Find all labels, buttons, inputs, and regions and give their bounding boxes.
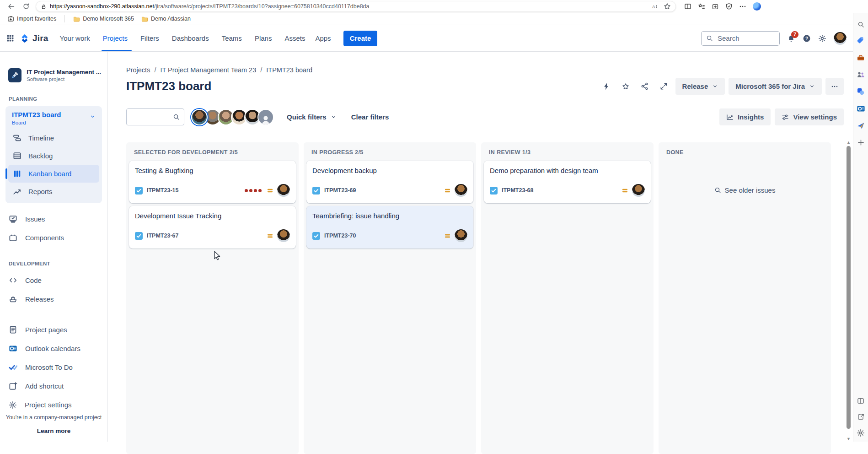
nav-item-dashboards[interactable]: Dashboards (167, 25, 217, 51)
sidebar-item-releases[interactable]: Releases (0, 290, 107, 308)
sidebar-item-label: Kanban board (28, 170, 71, 178)
breadcrumb-link[interactable]: Projects (126, 66, 150, 74)
breadcrumb-link[interactable]: IT Project Management Team 23 (160, 66, 256, 74)
nav-item-label: Apps (315, 34, 331, 42)
issue-card[interactable]: Teambriefing: issue handlingITPMT23-70 (306, 206, 473, 249)
view-settings-button[interactable]: View settings (775, 108, 844, 125)
assignee-avatar[interactable] (455, 229, 467, 242)
issue-card[interactable]: Development Issue TrackingITPMT23-67 (129, 206, 296, 249)
user-avatar[interactable] (834, 32, 847, 45)
scroll-up-arrow[interactable]: ▲ (847, 140, 851, 145)
nav-item-filters[interactable]: Filters (135, 25, 167, 51)
browser-essentials-icon[interactable] (725, 3, 733, 10)
outlook-icon[interactable] (857, 104, 865, 113)
assignee-avatar[interactable] (277, 184, 290, 197)
sidebar-board-item-reports[interactable]: Reports (8, 183, 99, 200)
sidebar-item-project-settings[interactable]: Project settings (0, 395, 107, 414)
filter-avatar-unassigned[interactable] (257, 109, 274, 125)
m365-icon[interactable] (857, 87, 865, 96)
m365-for-jira-dropdown[interactable]: Microsoft 365 for Jira (729, 78, 822, 95)
board-more-button[interactable] (825, 78, 844, 95)
sidebar-item-microsoft-to-do[interactable]: Microsoft To Do (0, 358, 107, 377)
favorites-list-icon[interactable] (698, 3, 705, 10)
board-switcher[interactable]: ITPMT23 board Board (8, 110, 99, 129)
see-older-issues-link[interactable]: See older issues (659, 186, 831, 194)
sidebar-item-issues[interactable]: Issues (0, 210, 107, 228)
split-screen-icon[interactable] (684, 3, 691, 10)
issue-card[interactable]: Demo preparation with design teamITPMT23… (484, 161, 651, 203)
board-search-input[interactable] (131, 113, 173, 121)
sidebar-item-project-pages[interactable]: Project pages (0, 320, 107, 339)
share-icon[interactable] (637, 79, 653, 94)
scroll-down-arrow[interactable]: ▼ (847, 436, 851, 442)
lightning-icon[interactable] (599, 79, 614, 94)
bookmark-item[interactable]: Demo Atlassian (139, 15, 193, 23)
external-link-icon[interactable] (857, 413, 864, 420)
learn-more-link[interactable]: Learn more (5, 427, 103, 434)
insights-button[interactable]: Insights (719, 108, 771, 125)
settings-gear-icon[interactable] (818, 34, 826, 43)
more-menu-icon[interactable] (739, 3, 746, 10)
plus-icon[interactable] (857, 139, 865, 146)
collections-icon[interactable] (712, 3, 719, 10)
nav-item-assets[interactable]: Assets (279, 25, 310, 51)
sidebar-board-item-backlog[interactable]: Backlog (8, 147, 99, 165)
issue-card[interactable]: Development backupITPMT23-69 (306, 161, 473, 203)
jira-logo[interactable]: Jira (20, 33, 48, 43)
project-header[interactable]: IT Project Management ... Software proje… (8, 68, 101, 82)
vertical-scrollbar[interactable]: ▲ ▼ (846, 140, 852, 442)
board-search[interactable] (126, 108, 184, 125)
browser-toolbar: https://yasoon-sandbox-290.atlassian.net… (0, 0, 868, 13)
scrollbar-thumb[interactable] (847, 146, 851, 429)
refresh-icon[interactable] (21, 1, 31, 11)
global-search[interactable] (701, 31, 780, 46)
issue-card[interactable]: Testing & BugfixingITPMT23-15 (129, 161, 296, 203)
people-icon[interactable] (857, 70, 865, 79)
tag-icon[interactable] (857, 37, 865, 45)
filter-avatar-user-1[interactable] (191, 109, 208, 125)
nav-item-plans[interactable]: Plans (250, 25, 280, 51)
nav-item-apps[interactable]: Apps (310, 25, 338, 51)
expand-icon[interactable] (656, 79, 672, 94)
bookmark-item[interactable]: Demo Microsoft 365 (71, 15, 136, 23)
sidebar-board-item-timeline[interactable]: Timeline (8, 129, 99, 147)
see-older-issues-label: See older issues (725, 186, 776, 194)
nav-item-projects[interactable]: Projects (98, 25, 135, 51)
assignee-avatar[interactable] (455, 184, 467, 197)
paper-plane-icon[interactable] (857, 122, 865, 130)
sidebar-board-item-kanban-board[interactable]: Kanban board (8, 165, 99, 183)
sidebar-item-components[interactable]: Components (0, 228, 107, 247)
bookmark-item[interactable]: Import favorites (5, 15, 58, 23)
sidebar-item-add-shortcut[interactable]: Add shortcut (0, 377, 107, 395)
search-icon (173, 114, 180, 120)
nav-item-your-work[interactable]: Your work (55, 25, 98, 51)
copilot-icon[interactable] (753, 2, 761, 11)
clear-filters-button[interactable]: Clear filters (351, 113, 389, 121)
address-bar[interactable]: https://yasoon-sandbox-290.atlassian.net… (36, 1, 676, 12)
back-icon[interactable] (6, 1, 16, 11)
favorite-star-icon[interactable] (664, 3, 671, 10)
folder-icon (73, 16, 80, 22)
assignee-avatar[interactable] (277, 229, 290, 242)
sidebar-item-code[interactable]: Code (0, 271, 107, 290)
search-icon[interactable] (857, 21, 864, 28)
quick-filters-dropdown[interactable]: Quick filters (287, 113, 337, 121)
read-aloud-icon[interactable]: A (651, 3, 658, 10)
board-group: ITPMT23 board Board TimelineBacklogKanba… (5, 106, 102, 203)
release-dropdown[interactable]: Release (675, 78, 725, 95)
toolbox-icon[interactable] (857, 54, 865, 62)
create-button[interactable]: Create (343, 31, 378, 46)
app-switcher-icon[interactable] (6, 34, 14, 42)
breadcrumb-link[interactable]: ITPMT23 board (266, 66, 312, 74)
help-icon[interactable]: ? (803, 34, 811, 43)
gear-icon[interactable] (857, 429, 865, 437)
sidebar-item-outlook-calendars[interactable]: Outlook calendars (0, 339, 107, 358)
split-screen-icon[interactable] (857, 397, 864, 405)
notifications-button[interactable]: 7 (787, 34, 795, 43)
assignee-avatar[interactable] (632, 184, 645, 197)
global-search-input[interactable] (717, 34, 767, 43)
board-switcher-subtitle: Board (12, 120, 61, 125)
nav-item-teams[interactable]: Teams (217, 25, 250, 51)
issue-footer: ITPMT23-70 (312, 229, 467, 242)
star-icon[interactable] (618, 79, 633, 94)
